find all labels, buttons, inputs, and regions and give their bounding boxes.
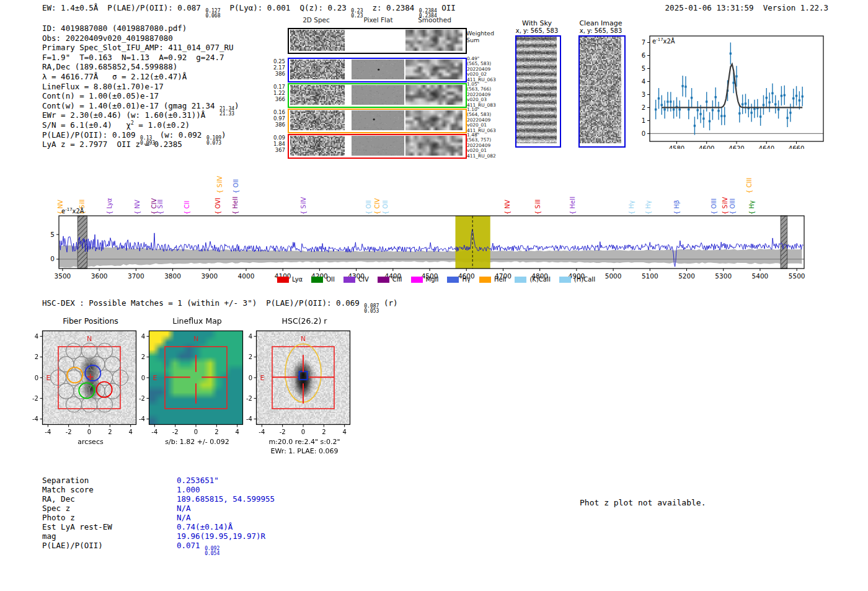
x-tick-label: 5400 (752, 272, 769, 280)
info-line: P(LAE)/P(OII): 0.109 0.130.093 (w: 0.092… (42, 130, 239, 140)
x-tick-label: 4 (235, 429, 239, 435)
fiber-circle (82, 397, 97, 412)
fiber-circle (89, 357, 105, 372)
match-field-label: Match score (42, 485, 177, 494)
y-tick-label: 0 (642, 130, 645, 137)
legend-swatch (447, 277, 459, 283)
data-point (789, 112, 791, 113)
spec2d-image-noise2d (290, 60, 345, 79)
data-point (786, 117, 788, 119)
cutout-overlay: -4-4-2-2002244NE (245, 316, 364, 458)
y-tick-label: 4 (35, 333, 38, 340)
left-label-line: 386 (269, 71, 285, 77)
x-tick-label: 2 (322, 429, 326, 435)
cutout-fiber: Fiber Positions-4-4-2-2002244NEarcsecs (31, 316, 150, 458)
fiber-circle (66, 343, 82, 358)
spec2d-right-labels: 1.05"(563, 766)20220409v020_03411_RU_083 (467, 82, 507, 108)
data-point (673, 109, 675, 110)
info-line: Cont(w) = 1.40(±0.01)e-17 (gmag 21.34 21… (42, 101, 239, 111)
emission-line-label: { CII (184, 201, 190, 215)
info-line: F=1.9" T=0.163 N=1.13 A=0.92 g=24.7 (42, 53, 239, 63)
sky-panel-canvas (516, 37, 557, 143)
y-tick-label: 1 (642, 117, 645, 124)
y-tick-label: 4 (642, 78, 645, 85)
y-tick-label: 6 (642, 52, 645, 59)
sky-panel-canvas (580, 37, 621, 143)
spec2d-image-noise2d (290, 136, 345, 156)
data-point (777, 109, 779, 110)
spec2d-image-smooth (405, 110, 463, 130)
stacked-uncertainty: 0.1090.073 (206, 136, 221, 146)
info-line: S/N = 6.1(±0.4) χ2 = 1.0(±0.2) (42, 120, 239, 130)
data-point (679, 109, 681, 110)
elixer-report-page: { "header": { "left_segments": [ {"t":"E… (0, 0, 868, 591)
legend-item: Hγ (447, 276, 470, 283)
spec2d-image-noise2d (290, 110, 345, 130)
data-point (661, 104, 663, 106)
full-spectrum-chart: 3500360037003800390040004100420043004400… (50, 162, 823, 287)
spec2d-col-title: Smoothed (418, 16, 451, 24)
legend-swatch (311, 277, 323, 283)
y-tick-label: 2 (35, 353, 38, 360)
data-point (709, 120, 711, 122)
spec2d-image-smooth (405, 60, 463, 79)
y-tick-label: 4 (249, 333, 252, 340)
fiber-circle (82, 343, 97, 358)
right-label-line: 411_RU_082 (467, 154, 507, 159)
x-tick-label: 4660 (789, 145, 804, 149)
data-point (732, 82, 734, 84)
y-tick-label: 5 (642, 65, 645, 72)
legend-label: HeII (494, 276, 507, 283)
left-label-line: 367 (269, 147, 285, 153)
x-tick-label: 4640 (759, 145, 774, 149)
spec2d-right-labels: 1.48"(563, 757)20220409v020_01411_RU_082 (467, 133, 507, 159)
legend-item: MgII (411, 276, 439, 283)
y-tick-label: -4 (32, 415, 38, 422)
stacked-uncertainty: 0.1270.068 (205, 9, 220, 19)
data-point (691, 97, 693, 99)
emission-line-label: { Lyα (106, 198, 113, 215)
stacked-uncertainty: 0.230.23 (351, 9, 363, 19)
spec2d-image-flat (352, 60, 404, 79)
plot-border (149, 331, 243, 425)
legend-swatch (515, 277, 526, 283)
cutout-flux: Lineflux Map-4-4-2-2002244NEs/b: 1.82 +/… (138, 316, 257, 458)
x-tick-label: 0 (87, 429, 91, 435)
info-line: λ = 4616.77Å σ = 2.12(±0.47)Å (42, 72, 239, 82)
data-point (670, 100, 671, 102)
left-label-line: 0.17 (269, 84, 285, 90)
legend-swatch (479, 277, 491, 283)
y-tick-label: 0 (141, 375, 145, 381)
match-field-value: 189.685815, 54.599955 (177, 494, 275, 504)
bad-region-hatched-band (78, 216, 87, 269)
match-field-label: Separation (42, 476, 177, 485)
x-tick-label: 3700 (128, 272, 144, 280)
spec2d-right-labels: 0.49"(565, 583)20220409v020_02411_RU_063 (467, 56, 507, 82)
left-label-line: 0.97 (269, 115, 285, 122)
y-tick-label: 4 (141, 333, 145, 340)
match-table-row: Separation0.253651" (42, 476, 275, 485)
cutout-xlabel: arcsecs (31, 438, 150, 446)
data-point (688, 109, 689, 110)
legend-swatch (559, 277, 571, 283)
y-tick-label: 5 (50, 231, 55, 238)
data-point (799, 99, 800, 101)
emission-line-label: { NV (134, 200, 141, 215)
y-tick-label: -2 (32, 395, 38, 402)
data-point (750, 112, 752, 113)
plot-border (257, 331, 350, 425)
data-point (795, 95, 797, 97)
emission-line-label: { CIV (374, 198, 381, 215)
data-point (766, 97, 768, 99)
emission-line-label: { SiIV (722, 197, 728, 215)
legend-label: (H)CaII (574, 276, 595, 283)
fiber-circle (97, 397, 113, 412)
data-point (745, 102, 746, 104)
x-tick-label: 4 (342, 429, 346, 435)
spec2d-col-title: Pixel Flat (363, 16, 392, 24)
match-field-label: mag (42, 531, 177, 541)
x-tick-label: 5500 (789, 272, 805, 280)
left-label-line: 366 (269, 96, 285, 102)
data-point (802, 96, 804, 97)
data-point (792, 97, 794, 99)
